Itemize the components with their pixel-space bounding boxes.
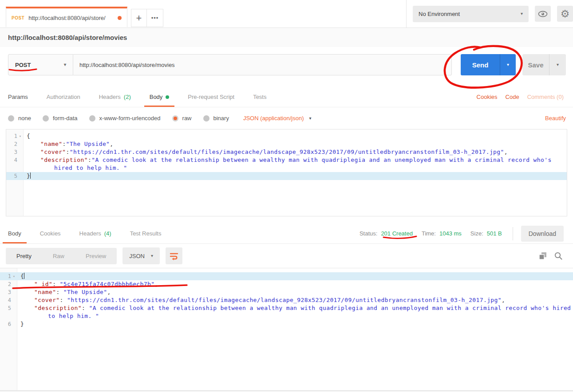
response-tab-headers[interactable]: Headers(4) [74,223,117,243]
code-line-text[interactable]: "name": "The Upside", [17,288,573,296]
line-number: 2 [0,280,17,288]
status-value: 201 Created [381,230,413,237]
body-mode-form-data[interactable]: form-data [43,115,78,122]
save-split-button: Save ▾ [522,54,566,75]
body-mode-label: none [18,115,31,122]
fold-arrow-icon[interactable]: ▾ [11,272,17,280]
save-options-button[interactable]: ▾ [549,54,566,75]
request-links: CookiesCodeComments (0) [477,87,564,107]
code-line-text[interactable]: "description": "A comedic look at the re… [17,304,573,320]
json-punct: : [52,281,59,287]
code-line[interactable]: 3"cover":"https://cdn1.thr.com/sites/def… [6,148,567,156]
tab-pre-request-script[interactable]: Pre-request Script [182,87,240,107]
tab-label: Body [150,94,163,100]
tab-headers[interactable]: Headers(2) [94,87,136,107]
download-button[interactable]: Download [521,226,564,242]
method-dropdown[interactable]: POST ▾ [8,54,73,75]
view-mode-preview[interactable]: Preview [75,248,117,264]
request-title-bar: http://localhost:8080/api/store/movies [0,28,573,47]
response-tab-cookies[interactable]: Cookies [35,223,66,243]
new-tab-button[interactable]: + [131,9,147,27]
view-mode-raw[interactable]: Raw [42,248,75,264]
line-number-text: 1 [14,132,17,140]
response-tab-test-results[interactable]: Test Results [125,223,167,243]
json-punct: : [56,289,63,295]
url-input[interactable] [73,54,452,75]
request-body-editor[interactable]: 1▾{2"name":"The Upside",3"cover":"https:… [6,129,567,216]
code-line-text[interactable]: } [23,172,567,180]
request-title: http://localhost:8080/api/store/movies [8,34,127,41]
divider [513,227,513,240]
tab-label: Body [8,230,21,237]
fold-arrow-icon[interactable]: ▾ [17,132,23,140]
tab-body[interactable]: Body [144,87,175,107]
beautify-link[interactable]: Beautify [545,115,566,122]
code-line-text[interactable]: "description":"A comedic look at the rel… [23,156,567,172]
send-label: Send [472,61,489,69]
send-button[interactable]: Send [461,54,500,75]
code-line-text[interactable]: } [17,320,573,328]
line-number: 3 [0,288,17,296]
code-line[interactable]: 5} [6,172,567,180]
line-number-text: 4 [14,156,17,164]
text-cursor [24,273,24,279]
view-mode-pretty[interactable]: Pretty [6,248,42,264]
response-body-editor[interactable]: 1▾{2"_id": "5c4e715fa74c07dbbb6ecb7b",3"… [0,268,573,390]
code-line[interactable]: 4"description":"A comedic look at the re… [6,156,567,172]
code-line[interactable]: 6} [0,320,573,328]
code-line-text[interactable]: "cover": "https://cdn1.thr.com/sites/def… [17,296,573,304]
code-line[interactable]: 2"name":"The Upside", [6,140,567,148]
json-punct: : [60,297,67,303]
code-line-text[interactable]: "name":"The Upside", [23,140,567,148]
environment-area: No Environment ▾ ⚙ [406,0,573,27]
tab-params[interactable]: Params [3,87,33,107]
code-line-text[interactable]: "_id": "5c4e715fa74c07dbbb6ecb7b", [17,280,573,288]
code-line[interactable]: 4"cover": "https://cdn1.thr.com/sites/de… [0,296,573,304]
chevron-down-icon: ▾ [64,63,66,67]
radio-icon [203,115,209,122]
code-line-text[interactable]: "cover":"https://cdn1.thr.com/sites/defa… [23,148,567,156]
body-mode-binary[interactable]: binary [203,115,229,122]
code-line-text[interactable]: { [17,272,573,280]
body-mode-x-www-form-urlencoded[interactable]: x-www-form-urlencoded [89,115,161,122]
comments-0-link[interactable]: Comments (0) [527,94,564,100]
code-line[interactable]: 5"description": "A comedic look at the r… [0,304,573,320]
line-number-text: 3 [14,148,17,156]
response-toolbar: PrettyRawPreview JSON ▾ [0,244,573,268]
code-link[interactable]: Code [506,94,519,100]
chevron-down-icon: ▾ [309,116,311,121]
tab-label: Cookies [40,230,61,237]
send-options-button[interactable]: ▾ [500,54,516,75]
tab-options-button[interactable]: ••• [146,9,163,27]
body-set-dot [166,95,169,99]
line-number-text: 5 [8,304,11,312]
code-line-text[interactable]: { [23,132,567,140]
line-number-text: 5 [14,172,17,180]
code-line[interactable]: 1▾{ [0,272,573,280]
response-format-dropdown[interactable]: JSON ▾ [123,247,160,264]
settings-button[interactable]: ⚙ [557,6,573,22]
body-mode-none[interactable]: none [8,115,31,122]
code-line[interactable]: 3"name": "The Upside", [0,288,573,296]
json-punct: { [20,273,24,279]
environment-dropdown[interactable]: No Environment ▾ [413,6,529,22]
json-string: "The Upside" [63,289,107,295]
tab-label: Authorization [47,94,80,100]
send-split-button: Send ▾ [461,54,516,75]
request-tab[interactable]: POST http://localhost:8080/api/store/ [6,7,127,27]
code-line[interactable]: 2"_id": "5c4e715fa74c07dbbb6ecb7b", [0,280,573,288]
search-icon[interactable] [554,252,562,260]
response-tab-body[interactable]: Body [3,223,27,243]
body-mode-raw[interactable]: raw [172,115,192,122]
wrap-text-button[interactable] [166,247,182,264]
save-button[interactable]: Save [522,54,549,75]
environment-quicklook-button[interactable] [535,6,551,22]
code-line[interactable]: 1▾{ [6,132,567,140]
body-mode-label: x-www-form-urlencoded [99,115,161,122]
copy-icon[interactable] [539,252,547,260]
tab-tests[interactable]: Tests [248,87,272,107]
content-type-dropdown[interactable]: JSON (application/json) ▾ [243,115,312,122]
cookies-link[interactable]: Cookies [477,94,498,100]
content-type-label: JSON (application/json) [243,115,304,122]
tab-authorization[interactable]: Authorization [41,87,86,107]
